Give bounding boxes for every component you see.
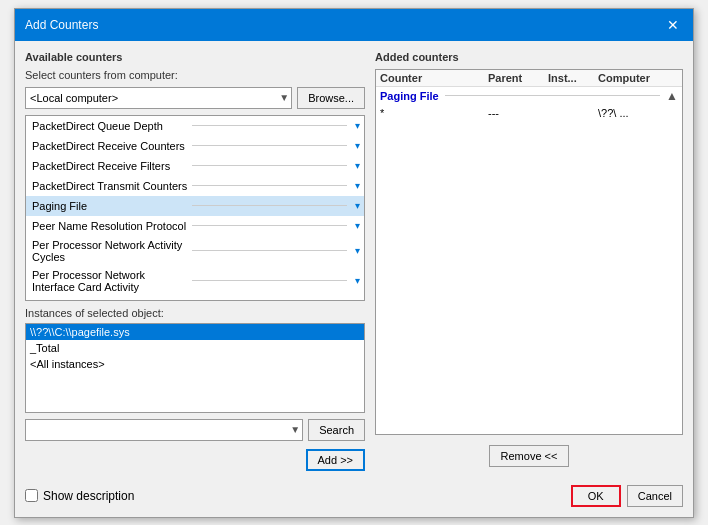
search-input-wrapper: ▼ (25, 419, 303, 441)
search-add-row: ▼ Search (25, 419, 365, 441)
col-parent: Parent (488, 72, 548, 84)
counter-divider (192, 165, 348, 166)
counter-item-paging-file[interactable]: Paging File ▾ (26, 196, 364, 216)
add-counters-dialog: Add Counters ✕ Available counters Select… (14, 8, 694, 518)
ok-button[interactable]: OK (571, 485, 621, 507)
counter-divider (192, 145, 348, 146)
counter-divider (192, 125, 348, 126)
instances-label: Instances of selected object: (25, 307, 365, 319)
col-instance: Inst... (548, 72, 598, 84)
group-divider (445, 95, 660, 96)
counter-item-text: Peer Name Resolution Protocol (32, 220, 188, 232)
group-name: Paging File (380, 90, 439, 102)
counter-divider (192, 280, 348, 281)
counter-item-text: Per Processor Network Interface Card Act… (32, 269, 188, 293)
counter-expand-icon: ▾ (355, 245, 360, 256)
close-button[interactable]: ✕ (663, 15, 683, 35)
instance-item-pagefile[interactable]: \\??\\C:\\pagefile.sys (26, 324, 364, 340)
show-description-checkbox[interactable] (25, 489, 38, 502)
row-parent: --- (488, 107, 548, 119)
counter-item-text: PacketDirect Receive Counters (32, 140, 188, 152)
counter-item[interactable]: Per Processor Network Interface Card Act… (26, 266, 364, 296)
counter-expand-icon: ▾ (355, 275, 360, 286)
dialog-body: Available counters Select counters from … (15, 41, 693, 481)
computer-row: <Local computer> ▼ Browse... (25, 87, 365, 109)
col-computer: Computer (598, 72, 678, 84)
added-counters-box: Counter Parent Inst... Computer Paging F… (375, 69, 683, 435)
added-group-header: Paging File ▲ (376, 87, 682, 105)
added-table-header: Counter Parent Inst... Computer (376, 70, 682, 87)
counter-item-per-processor[interactable]: Per Processor Network Activity Cycles ▾ (26, 236, 364, 266)
row-computer: \??\ ... (598, 107, 678, 119)
counter-divider (192, 185, 348, 186)
counter-item[interactable]: PacketDirect Receive Filters ▾ (26, 156, 364, 176)
col-counter: Counter (380, 72, 488, 84)
instance-item-all[interactable]: <All instances> (26, 356, 364, 372)
counter-expand-icon: ▾ (355, 160, 360, 171)
select-from-label: Select counters from computer: (25, 69, 365, 81)
search-button[interactable]: Search (308, 419, 365, 441)
show-description-label[interactable]: Show description (43, 489, 134, 503)
instance-item-total[interactable]: _Total (26, 340, 364, 356)
added-counters-label: Added counters (375, 51, 683, 63)
added-group-row: * --- \??\ ... (376, 105, 682, 121)
counter-item[interactable]: PacketDirect Transmit Counters ▾ (26, 176, 364, 196)
counter-expand-icon: ▾ (355, 180, 360, 191)
remove-row: Remove << (375, 441, 683, 471)
title-bar: Add Counters ✕ (15, 9, 693, 41)
computer-select-wrapper: <Local computer> ▼ (25, 87, 292, 109)
browse-button[interactable]: Browse... (297, 87, 365, 109)
instances-section: Instances of selected object: \\??\\C:\\… (25, 307, 365, 413)
add-row: Add >> (25, 449, 365, 471)
counter-expand-icon: ▾ (355, 200, 360, 211)
cancel-button[interactable]: Cancel (627, 485, 683, 507)
counter-expand-icon: ▾ (355, 220, 360, 231)
counter-item-text: PacketDirect Transmit Counters (32, 180, 188, 192)
instances-list: \\??\\C:\\pagefile.sys _Total <All insta… (25, 323, 365, 413)
counters-list: PacketDirect Queue Depth ▾ PacketDirect … (26, 116, 364, 300)
counters-list-wrapper: PacketDirect Queue Depth ▾ PacketDirect … (25, 115, 365, 301)
counter-expand-icon: ▾ (355, 140, 360, 151)
left-panel: Available counters Select counters from … (25, 51, 365, 471)
counter-divider (192, 250, 348, 251)
remove-button[interactable]: Remove << (489, 445, 569, 467)
counter-item-text: PacketDirect Receive Filters (32, 160, 188, 172)
search-select[interactable] (25, 419, 303, 441)
counter-expand-icon: ▾ (355, 120, 360, 131)
dialog-footer: Show description OK Cancel (15, 481, 693, 517)
add-button[interactable]: Add >> (306, 449, 365, 471)
counter-item[interactable]: PacketDirect Receive Counters ▾ (26, 136, 364, 156)
scroll-up-icon: ▲ (666, 89, 678, 103)
row-instance (548, 107, 598, 119)
added-table-body: Paging File ▲ * --- \??\ ... (376, 87, 682, 434)
counter-item[interactable]: Peer Name Resolution Protocol ▾ (26, 216, 364, 236)
available-counters-label: Available counters (25, 51, 365, 63)
counter-item-text: Per Processor Network Activity Cycles (32, 239, 188, 263)
counter-item[interactable]: PacketDirect Queue Depth ▾ (26, 116, 364, 136)
show-description-row: Show description (25, 485, 134, 507)
dialog-title: Add Counters (25, 18, 98, 32)
counter-item-text: Paging File (32, 200, 188, 212)
counter-divider (192, 205, 348, 206)
footer-buttons: OK Cancel (571, 485, 683, 507)
counter-divider (192, 225, 348, 226)
right-panel: Added counters Counter Parent Inst... Co… (375, 51, 683, 471)
computer-select[interactable]: <Local computer> (25, 87, 292, 109)
counter-item-text: PacketDirect Queue Depth (32, 120, 188, 132)
row-counter: * (380, 107, 488, 119)
